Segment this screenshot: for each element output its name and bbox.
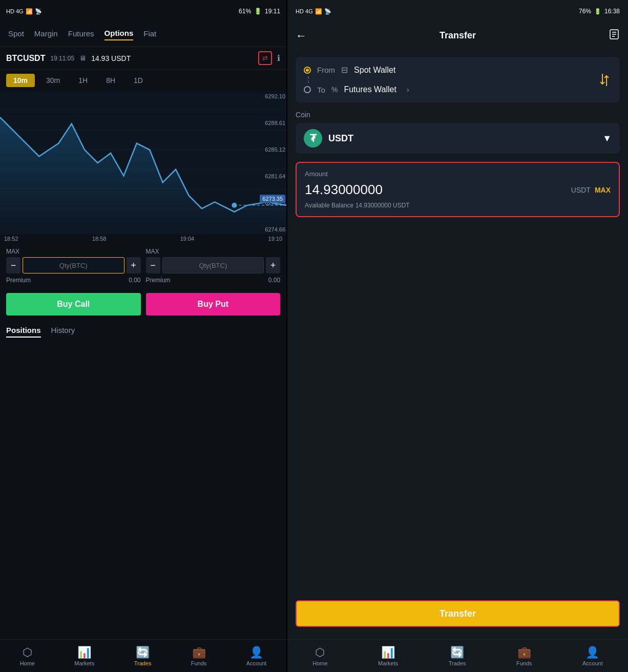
action-buttons: Buy Call Buy Put: [0, 289, 286, 320]
funds-icon: 💼: [192, 646, 206, 659]
time-axis-2: 18:58: [92, 236, 107, 242]
available-balance-label: Available Balance: [305, 202, 353, 209]
amount-row: 14.93000000 USDT MAX: [305, 182, 611, 198]
ticker-time: 19:11:05: [50, 55, 74, 62]
price-chart: [0, 91, 286, 235]
order-input-right[interactable]: [162, 257, 264, 274]
status-bar-left: HD 4G 📶 📡 61% 🔋 19:11: [0, 0, 286, 23]
tab-futures[interactable]: Futures: [68, 29, 94, 40]
from-label: From: [317, 66, 335, 74]
markets-icon-right: 📊: [381, 646, 395, 659]
swap-icon-btn[interactable]: ⇄: [258, 51, 272, 65]
order-col-left: MAX − + Premium 0.00: [6, 248, 141, 285]
time-btn-30m[interactable]: 30m: [39, 74, 67, 87]
tab-spot[interactable]: Spot: [8, 29, 24, 40]
buy-call-button[interactable]: Buy Call: [6, 293, 141, 316]
price-label-4: 6281.64: [265, 173, 285, 179]
bottom-nav-right-markets-label: Markets: [378, 660, 398, 666]
history-icon: [609, 29, 620, 40]
from-wallet-name: Spot Wallet: [354, 66, 395, 75]
tab-positions[interactable]: Positions: [6, 326, 41, 338]
time-btn-10m[interactable]: 10m: [6, 74, 35, 87]
bottom-nav-account[interactable]: 👤 Account: [246, 646, 267, 666]
order-input-row-left: − +: [6, 257, 141, 274]
bottom-nav-home-label: Home: [20, 660, 35, 666]
to-radio[interactable]: [304, 86, 311, 93]
bottom-nav-trades[interactable]: 🔄 Trades: [134, 646, 152, 666]
premium-row-left: Premium 0.00: [6, 276, 141, 285]
amount-right: USDT MAX: [571, 186, 611, 194]
info-icon-btn[interactable]: ℹ: [277, 53, 280, 63]
markets-icon: 📊: [77, 646, 91, 659]
price-label-3: 6285.12: [265, 146, 285, 153]
amount-label: Amount: [305, 170, 611, 178]
bottom-nav-markets-label: Markets: [74, 660, 94, 666]
coin-selector[interactable]: ₮ USDT ▼: [296, 123, 620, 154]
order-minus-right[interactable]: −: [146, 257, 160, 274]
order-plus-left[interactable]: +: [127, 257, 141, 274]
tab-history[interactable]: History: [51, 326, 75, 338]
from-radio-inner: [306, 69, 309, 72]
signal-icon: 📶: [26, 8, 33, 15]
buy-put-button[interactable]: Buy Put: [146, 293, 281, 316]
transfer-button[interactable]: Transfer: [296, 600, 620, 627]
from-to-section: From ⊟ Spot Wallet To % Futures Wallet ›: [296, 57, 620, 102]
coin-dropdown-arrow-icon: ▼: [602, 133, 612, 144]
switch-arrows-icon: [597, 73, 612, 87]
time-left: 19:11: [265, 8, 280, 15]
amount-max-button[interactable]: MAX: [595, 186, 611, 194]
svg-point-8: [232, 203, 237, 208]
status-bar-right: HD 4G 📶 📡 76% 🔋 16:38: [287, 0, 628, 23]
price-label-1: 6292.10: [265, 93, 285, 99]
bottom-nav-right-trades[interactable]: 🔄 Trades: [449, 646, 466, 666]
chart-area: 6292.10 6288.61 6285.12 6281.64 6278.15 …: [0, 91, 286, 235]
to-wallet-name: Futures Wallet: [344, 85, 396, 94]
bottom-nav-right-funds[interactable]: 💼 Funds: [516, 646, 532, 666]
time-axis: 18:52 18:58 19:04 19:10: [0, 235, 286, 244]
coin-section: Coin ₮ USDT ▼: [296, 111, 620, 154]
order-input-row-right: − +: [146, 257, 281, 274]
tab-margin[interactable]: Margin: [34, 29, 58, 40]
bottom-nav-markets[interactable]: 📊 Markets: [74, 646, 94, 666]
tab-options[interactable]: Options: [104, 29, 134, 40]
bottom-nav-funds[interactable]: 💼 Funds: [191, 646, 207, 666]
order-plus-right[interactable]: +: [266, 257, 280, 274]
amount-section[interactable]: Amount 14.93000000 USDT MAX Available Ba…: [296, 162, 620, 217]
time-buttons: 10m 30m 1H 8H 1D: [0, 70, 286, 91]
account-icon-right: 👤: [585, 646, 599, 659]
bottom-nav-right: ⬡ Home 📊 Markets 🔄 Trades 💼 Funds 👤 Acco…: [287, 639, 628, 672]
bottom-nav-right-home[interactable]: ⬡ Home: [312, 646, 327, 666]
dashed-connector: [308, 76, 309, 83]
from-radio[interactable]: [304, 67, 311, 74]
bottom-nav-right-account[interactable]: 👤 Account: [582, 646, 603, 666]
order-input-left[interactable]: [23, 257, 124, 274]
premium-value-left: 0.00: [129, 277, 140, 284]
back-button[interactable]: ←: [296, 29, 307, 43]
price-labels: 6292.10 6288.61 6285.12 6281.64 6278.15 …: [265, 91, 285, 235]
tab-fiat[interactable]: Fiat: [143, 29, 156, 40]
history-button[interactable]: [609, 29, 620, 43]
bottom-nav-home[interactable]: ⬡ Home: [20, 646, 35, 666]
home-icon-right: ⬡: [315, 646, 325, 659]
premium-value-right: 0.00: [268, 277, 280, 284]
battery-percent-right: 76%: [579, 8, 591, 15]
order-col-right: MAX − + Premium 0.00: [146, 248, 281, 285]
futures-pct-icon: %: [331, 86, 338, 94]
to-wallet-arrow: ›: [407, 86, 409, 94]
trades-icon-right: 🔄: [450, 646, 464, 659]
bottom-nav-right-funds-label: Funds: [516, 660, 532, 666]
positions-section: Positions History: [0, 320, 286, 639]
ticker-price: 14.93 USDT: [91, 54, 131, 62]
time-btn-1d[interactable]: 1D: [127, 74, 150, 87]
bottom-nav-right-markets[interactable]: 📊 Markets: [378, 646, 398, 666]
coin-icon: ₮: [304, 129, 322, 148]
switch-direction-button[interactable]: [597, 73, 612, 87]
spacer: [287, 225, 628, 592]
time-right: 16:38: [604, 8, 620, 15]
battery-icon-left: 🔋: [254, 8, 262, 15]
time-btn-8h[interactable]: 8H: [99, 74, 122, 87]
order-minus-left[interactable]: −: [6, 257, 20, 274]
time-btn-1h[interactable]: 1H: [71, 74, 95, 87]
status-icons-right: HD 4G 📶 📡: [296, 8, 331, 15]
order-max-right: MAX: [146, 248, 281, 255]
